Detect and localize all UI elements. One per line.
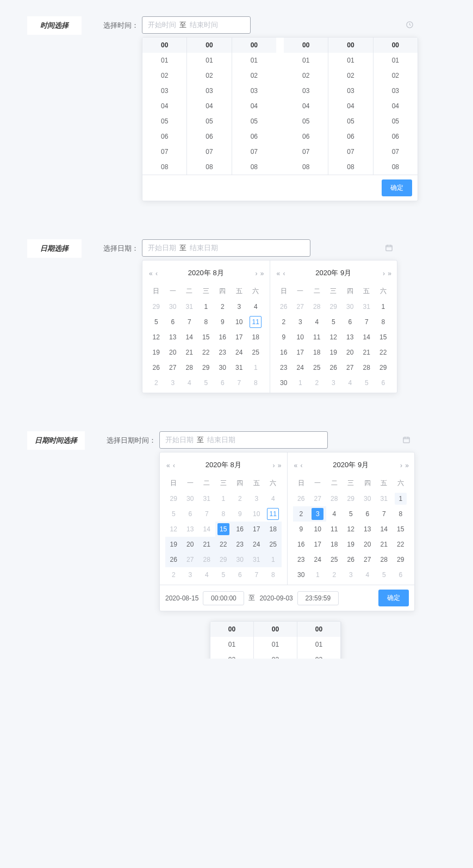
calendar-day[interactable]: 1: [247, 360, 264, 375]
calendar-day[interactable]: 27: [165, 360, 182, 375]
calendar-day[interactable]: 29: [148, 299, 165, 314]
calendar-day[interactable]: 28: [376, 552, 393, 567]
calendar-day[interactable]: 14: [181, 330, 198, 345]
next-year-icon[interactable]: »: [260, 270, 263, 277]
time-cell[interactable]: 04: [328, 98, 372, 114]
calendar-day[interactable]: 24: [309, 552, 326, 567]
calendar-day[interactable]: 3: [165, 375, 182, 390]
calendar-day[interactable]: 5: [198, 375, 215, 390]
time-cell[interactable]: 01: [328, 53, 372, 68]
calendar-day[interactable]: 25: [265, 537, 282, 552]
calendar-day[interactable]: 22: [198, 345, 215, 360]
time-cell[interactable]: 08: [187, 159, 231, 175]
calendar-day[interactable]: 6: [393, 567, 409, 582]
calendar-day[interactable]: 8: [198, 314, 215, 330]
next-month-icon[interactable]: ›: [273, 462, 274, 469]
time-cell[interactable]: 02: [374, 68, 418, 83]
calendar-day[interactable]: 11: [309, 330, 326, 345]
time-cell[interactable]: 03: [284, 83, 328, 98]
calendar-day[interactable]: 15: [198, 330, 215, 345]
calendar-day[interactable]: 2: [326, 567, 343, 582]
calendar-day[interactable]: 26: [343, 552, 359, 567]
time-cell[interactable]: 08: [232, 159, 276, 175]
calendar-day[interactable]: 7: [248, 567, 265, 582]
calendar-day[interactable]: 18: [247, 330, 264, 345]
calendar-day[interactable]: 13: [359, 522, 376, 537]
calendar-day[interactable]: 1: [309, 567, 326, 582]
date-range-input[interactable]: 开始日期 至 结束日期: [142, 239, 310, 257]
calendar-day[interactable]: 23: [214, 345, 231, 360]
time-column[interactable]: 000102030405060708: [232, 38, 276, 175]
time-cell[interactable]: 01: [284, 53, 328, 68]
calendar-day[interactable]: 26: [276, 299, 292, 314]
calendar-day[interactable]: 3: [343, 567, 359, 582]
calendar-day[interactable]: 12: [343, 522, 359, 537]
calendar-day[interactable]: 1: [215, 491, 232, 506]
calendar-day[interactable]: 14: [198, 522, 215, 537]
time-cell[interactable]: 04: [142, 98, 186, 114]
calendar-day[interactable]: 28: [358, 360, 375, 375]
calendar-day[interactable]: 10: [292, 330, 309, 345]
calendar-day[interactable]: 30: [359, 491, 376, 506]
calendar-day[interactable]: 18: [265, 522, 282, 537]
time-cell[interactable]: 07: [328, 144, 372, 159]
end-time-input[interactable]: [297, 591, 339, 605]
calendar-day[interactable]: 20: [165, 345, 182, 360]
calendar-day[interactable]: 2: [165, 567, 182, 582]
calendar-day[interactable]: 31: [376, 491, 393, 506]
calendar-day[interactable]: 4: [359, 567, 376, 582]
calendar-day[interactable]: 24: [231, 345, 248, 360]
time-cell[interactable]: 06: [328, 129, 372, 144]
calendar-day[interactable]: 8: [247, 375, 264, 390]
calendar-day[interactable]: 6: [342, 314, 359, 330]
next-year-icon[interactable]: »: [405, 462, 408, 469]
calendar-day[interactable]: 7: [231, 375, 248, 390]
calendar-day[interactable]: 6: [359, 506, 376, 522]
calendar-day[interactable]: 26: [325, 360, 342, 375]
time-cell[interactable]: 00: [232, 38, 276, 53]
calendar-day[interactable]: 19: [325, 345, 342, 360]
time-cell[interactable]: 07: [142, 144, 186, 159]
calendar-day[interactable]: 7: [376, 506, 393, 522]
calendar-day[interactable]: 21: [358, 345, 375, 360]
calendar-day[interactable]: 16: [214, 330, 231, 345]
calendar-day[interactable]: 6: [165, 314, 182, 330]
confirm-button[interactable]: 确定: [382, 179, 412, 196]
next-month-icon[interactable]: ›: [256, 270, 257, 277]
calendar-day[interactable]: 25: [247, 345, 264, 360]
calendar-day[interactable]: 11: [265, 506, 282, 522]
time-cell[interactable]: 03: [328, 83, 372, 98]
calendar-day[interactable]: 21: [376, 537, 393, 552]
calendar-day[interactable]: 2: [232, 491, 248, 506]
calendar-day[interactable]: 5: [165, 506, 182, 522]
confirm-button[interactable]: 确定: [378, 590, 409, 606]
calendar-day[interactable]: 29: [325, 299, 342, 314]
calendar-day[interactable]: 28: [198, 552, 215, 567]
time-cell[interactable]: 06: [374, 129, 418, 144]
calendar-day[interactable]: 23: [293, 552, 310, 567]
calendar-day[interactable]: 5: [376, 567, 393, 582]
calendar-day[interactable]: 28: [181, 360, 198, 375]
calendar-day[interactable]: 20: [182, 537, 199, 552]
calendar-day[interactable]: 10: [309, 522, 326, 537]
time-cell[interactable]: 01: [210, 637, 253, 652]
time-cell[interactable]: 02: [210, 652, 253, 659]
time-cell[interactable]: 00: [142, 38, 186, 53]
start-time-input[interactable]: [203, 591, 244, 605]
calendar-day[interactable]: 8: [265, 567, 282, 582]
prev-year-icon[interactable]: «: [277, 270, 279, 277]
calendar-day[interactable]: 5: [325, 314, 342, 330]
time-cell[interactable]: 01: [254, 637, 297, 652]
calendar-day[interactable]: 22: [215, 537, 232, 552]
calendar-day[interactable]: 27: [342, 360, 359, 375]
prev-year-icon[interactable]: «: [166, 462, 169, 469]
time-column[interactable]: 000102030405060708: [328, 38, 373, 175]
calendar-day[interactable]: 13: [165, 330, 182, 345]
calendar-day[interactable]: 17: [248, 522, 265, 537]
calendar-day[interactable]: 4: [309, 314, 326, 330]
calendar-day[interactable]: 31: [248, 552, 265, 567]
time-cell[interactable]: 05: [232, 114, 276, 129]
calendar-day[interactable]: 14: [376, 522, 393, 537]
calendar-day[interactable]: 24: [292, 360, 309, 375]
calendar-day[interactable]: 11: [247, 314, 264, 330]
